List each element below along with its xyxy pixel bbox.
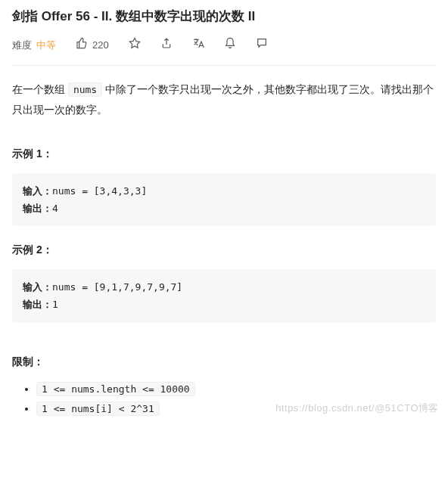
example1-heading: 示例 1： [12,145,436,162]
constraint-code: 1 <= nums.length <= 10000 [36,382,195,396]
constraints-list: 1 <= nums.length <= 10000 1 <= nums[i] <… [12,380,436,417]
difficulty-value: 中等 [36,38,56,54]
translate-icon [192,37,204,54]
example1-input-label: 输入： [23,185,52,197]
constraints-heading: 限制： [12,353,436,370]
thumbs-up-icon [76,37,88,54]
constraint-code: 1 <= nums[i] < 2^31 [36,402,160,416]
example2-block: 输入：nums = [9,1,7,9,7,9,7] 输出：1 [12,269,436,323]
list-item: 1 <= nums.length <= 10000 [36,380,436,398]
example1-block: 输入：nums = [3,4,3,3] 输出：4 [12,173,436,227]
example1-input-value: nums = [3,4,3,3] [52,185,147,197]
translate-button[interactable] [192,37,204,54]
problem-description: 在一个数组 nums 中除了一个数字只出现一次之外，其他数字都出现了三次。请找出… [12,79,436,119]
star-icon [129,37,141,54]
share-button[interactable] [160,37,173,54]
like-button[interactable]: 220 [76,37,109,54]
desc-text-pre: 在一个数组 [12,83,68,95]
list-item: 1 <= nums[i] < 2^31 [36,400,436,417]
problem-title: 剑指 Offer 56 - II. 数组中数字出现的次数 II [12,6,436,26]
difficulty: 难度 中等 [12,38,56,54]
favorite-button[interactable] [129,37,141,54]
example1-output-value: 4 [52,203,58,214]
feedback-icon [256,37,268,54]
meta-row: 难度 中等 220 [12,37,436,66]
example2-output-label: 输出： [23,299,52,310]
like-count: 220 [92,38,109,54]
notification-button[interactable] [224,37,236,54]
difficulty-label: 难度 [12,38,32,54]
bell-icon [224,37,236,54]
example2-input-value: nums = [9,1,7,9,7,9,7] [52,281,182,293]
share-icon [160,37,173,54]
example2-input-label: 输入： [23,281,52,293]
example1-output-label: 输出： [23,203,52,214]
example2-output-value: 1 [52,299,58,310]
example2-heading: 示例 2： [12,241,436,258]
desc-code: nums [68,82,102,97]
feedback-button[interactable] [256,37,268,54]
